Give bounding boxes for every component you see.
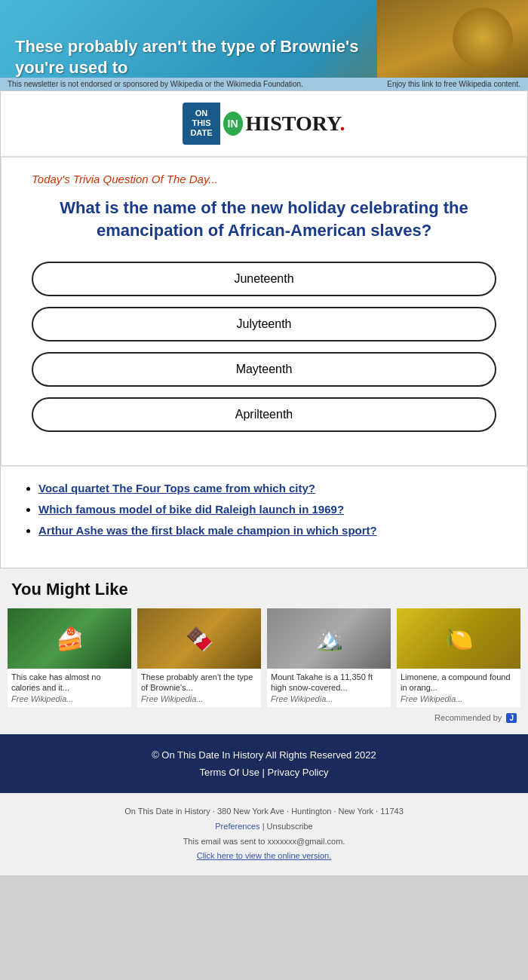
thumbnail-2: 🍫	[137, 608, 261, 669]
related-questions: Vocal quartet The Four Tops came from wh…	[1, 466, 527, 568]
privacy-link[interactable]: Privacy Policy	[268, 767, 329, 778]
unsubscribe-text: Unsubscribe	[267, 822, 313, 831]
answer-btn-4[interactable]: Aprilteenth	[32, 397, 496, 432]
thumbnail-1: 🍰	[8, 608, 131, 669]
answer-btn-3[interactable]: Mayteenth	[32, 352, 496, 387]
footer-light: On This Date in History · 380 New York A…	[0, 793, 528, 875]
preferences-link[interactable]: Preferences	[215, 822, 259, 831]
logo-history: HISTORY.	[246, 112, 345, 136]
caption-2: These probably aren't the type of Browni…	[137, 669, 261, 707]
footer-dark: © On This Date In History All Rights Res…	[0, 734, 528, 793]
footer-links: Terms Of Use | Privacy Policy	[15, 767, 513, 778]
banner-section: These probably aren't the type of Browni…	[0, 0, 528, 90]
thumbnail-3: 🏔️	[267, 608, 391, 669]
footer-view-online: Click here to view the online version.	[11, 849, 517, 864]
list-item: Which famous model of bike did Raleigh l…	[38, 503, 505, 516]
answer-btn-1[interactable]: Juneteenth	[32, 262, 496, 296]
banner-footer-right: Enjoy this link to free Wikipedia conten…	[387, 80, 520, 88]
logo-in: IN	[223, 112, 243, 136]
logo-calendar: ON THIS DATE	[183, 103, 219, 145]
footer-pref-unsub: Preferences | Unsubscribe	[11, 819, 517, 835]
might-like-item-3[interactable]: 🏔️ Mount Takahe is a 11,350 ft high snow…	[267, 608, 391, 707]
footer-sent-to: This email was sent to xxxxxxx@gmail.com…	[11, 835, 517, 850]
might-like-item-1[interactable]: 🍰 This cake has almost no calories and i…	[8, 608, 131, 707]
banner-image	[377, 0, 528, 90]
caption-4: Limonene, a compound found in orang... F…	[397, 669, 520, 707]
might-like-section: You Might Like 🍰 This cake has almost no…	[0, 568, 528, 734]
trivia-section: Today's Trivia Question Of The Day... Wh…	[1, 157, 527, 467]
footer-separator: |	[262, 767, 265, 778]
might-like-item-4[interactable]: 🍋 Limonene, a compound found in orang...…	[397, 608, 520, 707]
caption-1: This cake has almost no calories and it.…	[8, 669, 131, 707]
main-container: ON THIS DATE IN HISTORY. Today's Trivia …	[0, 90, 528, 568]
might-like-item-2[interactable]: 🍫 These probably aren't the type of Brow…	[137, 608, 261, 707]
related-questions-list: Vocal quartet The Four Tops came from wh…	[38, 482, 505, 537]
terms-link[interactable]: Terms Of Use	[199, 767, 259, 778]
view-online-link[interactable]: Click here to view the online version.	[197, 851, 332, 860]
related-link-2[interactable]: Which famous model of bike did Raleigh l…	[38, 503, 344, 516]
answer-btn-2[interactable]: Julyteenth	[32, 307, 496, 341]
related-link-3[interactable]: Arthur Ashe was the first black male cha…	[38, 524, 377, 537]
footer-copyright: © On This Date In History All Rights Res…	[15, 749, 513, 761]
might-like-grid: 🍰 This cake has almost no calories and i…	[8, 608, 520, 707]
footer-address: On This Date in History · 380 New York A…	[11, 804, 517, 819]
thumbnail-4: 🍋	[397, 608, 520, 669]
list-item: Vocal quartet The Four Tops came from wh…	[38, 482, 505, 495]
caption-3: Mount Takahe is a 11,350 ft high snow-co…	[267, 669, 391, 707]
header: ON THIS DATE IN HISTORY.	[1, 91, 527, 157]
logo: ON THIS DATE IN HISTORY.	[183, 103, 345, 145]
list-item: Arthur Ashe was the first black male cha…	[38, 524, 505, 537]
related-link-1[interactable]: Vocal quartet The Four Tops came from wh…	[38, 482, 315, 495]
trivia-label: Today's Trivia Question Of The Day...	[32, 173, 496, 185]
trivia-question: What is the name of the new holiday cele…	[32, 197, 496, 243]
banner-title: These probably aren't the type of Browni…	[15, 36, 362, 79]
might-like-title: You Might Like	[8, 580, 520, 599]
recommended-by: Recommended by J	[8, 713, 520, 723]
recommended-icon: J	[506, 713, 517, 723]
